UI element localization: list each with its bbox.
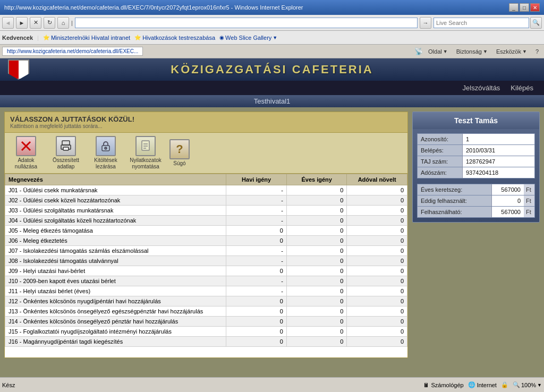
zoom-chevron: ▼: [537, 382, 542, 388]
info-rows: Azonosító: 1 Belépés: 2010/03/31 TAJ szá…: [417, 133, 535, 178]
page-button[interactable]: Oldal ▼: [425, 47, 451, 56]
cell-tax: 0: [347, 206, 407, 216]
cell-tax: 0: [347, 306, 407, 317]
zone-label: Internet: [477, 382, 497, 388]
svg-point-6: [105, 147, 107, 149]
table-row[interactable]: J10 - 2009-ben kapott éves utazási bérle…: [5, 276, 407, 286]
finance-value: 0: [492, 195, 524, 206]
finance-label: Éves keretszeg:: [418, 184, 492, 195]
cell-monthly: 0: [226, 327, 287, 337]
rss-icon: 📡: [414, 47, 423, 55]
address-label: |: [71, 20, 73, 26]
cell-yearly: 0: [286, 296, 347, 306]
table-scroll[interactable]: Megnevezés Havi igény Éves igény Adóval …: [5, 174, 407, 347]
logout-button[interactable]: Kilépés: [511, 84, 533, 92]
institution-bar: Testhivatal1: [0, 95, 544, 107]
coat-of-arms: [8, 59, 29, 80]
title-bar: http://www.kozigcafeteria.net/demo/cafet…: [0, 0, 544, 15]
print-declarations-button[interactable]: Nyilatkozatok nyomtatása: [130, 136, 162, 170]
fav-icon-ministerial: ⭐: [43, 35, 49, 40]
tools-button[interactable]: Eszközök ▼: [493, 47, 530, 56]
zoom-control[interactable]: 🔍 100% ▼: [513, 381, 542, 388]
cell-yearly: 0: [286, 306, 347, 317]
table-row[interactable]: J03 - Üdülési szolgáltatás munkatársnak …: [5, 206, 407, 216]
right-panel: Teszt Tamás Azonosító: 1 Belépés: 2010/0…: [412, 112, 540, 358]
cell-name: J06 - Meleg étkeztetés: [5, 236, 226, 246]
table-row[interactable]: J05 - Meleg étkezés támogatása 0 0 0: [5, 226, 407, 236]
table-row[interactable]: J15 - Foglalkoztatói nyugdíjszolgáltató …: [5, 327, 407, 337]
current-tab[interactable]: http://www.kozigcafeteria.net/demo/cafet…: [2, 47, 143, 56]
nullify-button[interactable]: Adatok nullázása: [10, 136, 42, 170]
page-wrapper: KÖZIGAZGATÁSI CAFETERIA Jelszóváltás Kil…: [0, 58, 544, 377]
globe-icon: 🌐: [468, 381, 475, 388]
stop-button[interactable]: ✕: [30, 17, 41, 29]
address-input[interactable]: http://www.kozigcafeteria.net/demo/cafet…: [75, 18, 418, 28]
cell-monthly: -: [226, 246, 287, 256]
user-field-value: 2010/03/31: [463, 145, 534, 156]
go-button[interactable]: →: [420, 17, 431, 29]
search-button[interactable]: 🔍: [530, 17, 542, 29]
cell-tax: 0: [347, 276, 407, 286]
home-button[interactable]: ⌂: [57, 17, 69, 29]
finance-row: Éves keretszeg: 567000 Ft: [417, 184, 535, 195]
user-info-row: TAJ szám: 128762947: [417, 156, 535, 167]
close-button[interactable]: ✕: [530, 3, 540, 12]
table-row[interactable]: J14 - Önkéntes kölcsönös önsegélyező pén…: [5, 317, 407, 327]
cell-yearly: 0: [286, 206, 347, 216]
browser-content: KÖZIGAZGATÁSI CAFETERIA Jelszóváltás Kil…: [0, 58, 544, 377]
lock-button[interactable]: Kitöltések lezárása: [90, 136, 122, 170]
nullify-label: Adatok nullázása: [10, 157, 42, 170]
status-text: Kész: [2, 382, 15, 388]
refresh-button[interactable]: ↻: [44, 17, 55, 29]
cell-tax: 0: [347, 327, 407, 337]
svg-rect-7: [142, 141, 149, 150]
page-header: KÖZIGAZGATÁSI CAFETERIA: [0, 58, 544, 81]
forward-button[interactable]: ►: [16, 17, 28, 29]
cell-monthly: -: [226, 276, 287, 286]
user-info-row: Adószám: 9374204118: [417, 167, 535, 178]
fav-item-customize[interactable]: ⭐ Hivatkozások testreszabása: [134, 35, 215, 41]
finance-row: Felhasználható: 567000 Ft: [417, 206, 535, 218]
cell-yearly: 0: [286, 226, 347, 236]
fav-item-ministerial[interactable]: ⭐ Miniszterelnöki Hivatal intranet: [43, 35, 130, 41]
table-row[interactable]: J08 - Iskolakezdési támogatás utalvánnya…: [5, 256, 407, 266]
back-button[interactable]: ◄: [2, 17, 14, 29]
finance-row: Eddig felhasznált: 0 Ft: [417, 195, 535, 206]
table-row[interactable]: J02 - Üdülési csekk közeli hozzátartozón…: [5, 195, 407, 206]
security-button[interactable]: Biztonság ▼: [453, 47, 491, 56]
window-controls: _ □ ✕: [509, 3, 540, 12]
svg-rect-4: [63, 147, 69, 150]
cell-tax: 0: [347, 195, 407, 206]
password-change-button[interactable]: Jelszóváltás: [463, 84, 500, 92]
table-row[interactable]: J16 - Magánnyugdíjpéntári tagdi kiegészí…: [5, 337, 407, 347]
calculator-item[interactable]: 🖩 Számológép: [423, 382, 463, 388]
help-button[interactable]: ?: [532, 47, 542, 56]
cell-name: J11 - Helyi utazási bérlet (éves): [5, 286, 226, 296]
table-row[interactable]: J13 - Önkéntes kölcsönös önsegélyező egé…: [5, 306, 407, 317]
table-row[interactable]: J07 - Iskolakezdési támogatás számlás el…: [5, 246, 407, 256]
cell-yearly: 0: [286, 236, 347, 246]
cell-name: J01 - Üdülési csekk munkatársnak: [5, 185, 226, 195]
summary-label: Összesített adatlap: [50, 157, 82, 170]
table-row[interactable]: J01 - Üdülési csekk munkatársnak - 0 0: [5, 185, 407, 195]
summary-button[interactable]: Összesített adatlap: [50, 136, 82, 170]
cell-tax: 0: [347, 266, 407, 276]
table-row[interactable]: J09 - Helyi utazási havi-bérlet 0 0 0: [5, 266, 407, 276]
cell-tax: 0: [347, 236, 407, 246]
user-field-label: Adószám:: [418, 167, 463, 178]
cell-yearly: 0: [286, 286, 347, 296]
maximize-button[interactable]: □: [520, 3, 529, 12]
cell-yearly: 0: [286, 246, 347, 256]
chevron-down-icon: ▼: [273, 35, 277, 40]
minimize-button[interactable]: _: [509, 3, 518, 12]
cell-tax: 0: [347, 317, 407, 327]
table-row[interactable]: J12 - Önkéntes kölcsönös nyugdíjpéntári …: [5, 296, 407, 306]
cell-tax: 0: [347, 256, 407, 266]
fav-item-webslice[interactable]: ◉ Web Slice Gallery ▼: [219, 35, 277, 41]
table-row[interactable]: J04 - Üdülési szolgáltatás közeli hozzát…: [5, 216, 407, 226]
search-input[interactable]: [434, 18, 529, 28]
table-row[interactable]: J06 - Meleg étkeztetés 0 0 0: [5, 236, 407, 246]
help-tool-button[interactable]: ? Súgó: [169, 139, 190, 167]
fav-icon-customize: ⭐: [134, 35, 141, 40]
table-row[interactable]: J11 - Helyi utazási bérlet (éves) - 0 0: [5, 286, 407, 296]
